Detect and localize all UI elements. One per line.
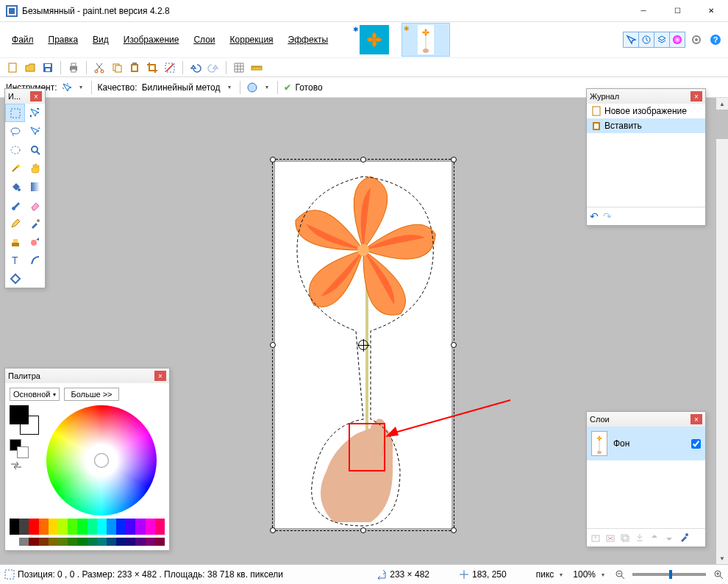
open-file-icon[interactable] (24, 61, 37, 74)
default-colors-icon[interactable] (10, 439, 36, 458)
layer-mode-icon[interactable] (246, 82, 258, 93)
handle-nw[interactable] (270, 157, 276, 163)
layer-duplicate-icon[interactable] (618, 531, 632, 544)
layers-window-toggle[interactable] (654, 32, 670, 48)
status-zoom[interactable]: 100% (573, 569, 596, 580)
handle-w[interactable] (270, 342, 276, 348)
zoom-out-icon[interactable] (615, 569, 625, 580)
foreground-color-swatch[interactable] (10, 405, 29, 424)
instrument-caret-icon[interactable]: ▾ (79, 84, 82, 90)
handle-se[interactable] (451, 527, 457, 533)
tool-move[interactable]: + (25, 122, 45, 140)
history-window-toggle[interactable] (638, 32, 654, 48)
tools-panel-close[interactable]: × (30, 91, 42, 102)
settings-icon[interactable] (688, 32, 704, 48)
color-wheel[interactable] (46, 405, 157, 516)
grid-icon[interactable] (232, 61, 246, 74)
handle-ne[interactable] (451, 157, 457, 163)
tools-panel-title[interactable]: И... × (5, 89, 45, 104)
tool-zoom[interactable] (25, 140, 45, 159)
scroll-down-icon[interactable]: ▼ (716, 552, 728, 564)
tools-window-toggle[interactable] (623, 32, 639, 48)
tool-move-selection[interactable] (25, 104, 45, 122)
tool-lasso[interactable] (5, 122, 25, 140)
vertical-scrollbar[interactable]: ▲ ▼ (716, 98, 728, 564)
colors-window-toggle[interactable] (669, 32, 685, 48)
palette-strip-1[interactable] (10, 519, 165, 535)
crop-icon[interactable] (146, 61, 159, 74)
tool-magic-wand[interactable] (5, 159, 25, 177)
swap-colors-icon[interactable] (10, 461, 23, 470)
tool-rect[interactable] (5, 269, 25, 288)
minimize-button[interactable]: ─ (627, 0, 660, 22)
palette-panel-title[interactable]: Палитра × (5, 368, 169, 383)
layer-merge-icon[interactable] (633, 531, 646, 544)
zoom-in-icon[interactable] (713, 569, 724, 580)
tool-ellipse-select[interactable] (5, 140, 25, 159)
layer-row-background[interactable]: Фон (587, 427, 705, 460)
quality-value[interactable]: Билинейный метод (142, 82, 221, 93)
history-item-new[interactable]: Новое изображение (587, 104, 705, 118)
quality-caret-icon[interactable]: ▾ (228, 84, 231, 90)
thumbnail-2[interactable]: ✱ (402, 23, 450, 57)
tool-pan[interactable] (25, 159, 45, 177)
undo-icon[interactable] (189, 61, 202, 74)
layer-add-icon[interactable]: + (589, 531, 602, 544)
canvas[interactable] (275, 162, 452, 528)
maximize-button[interactable]: ☐ (660, 0, 694, 22)
tool-clone[interactable] (5, 232, 25, 251)
zoom-slider[interactable] (632, 573, 706, 576)
tool-brush[interactable] (5, 196, 25, 214)
move-tool-icon[interactable] (62, 82, 72, 93)
zoom-caret-icon[interactable]: ▾ (602, 571, 604, 578)
menu-file[interactable]: Файл (4, 32, 41, 48)
history-panel-title[interactable]: Журнал × (587, 89, 705, 104)
menu-view[interactable]: Вид (85, 32, 116, 48)
color-channel-select[interactable]: Основной▾ (10, 388, 60, 401)
tool-line[interactable] (25, 251, 45, 269)
deselect-icon[interactable] (163, 61, 176, 74)
redo-icon[interactable] (207, 61, 220, 74)
menu-layers[interactable]: Слои (186, 32, 222, 48)
palette-strip-2[interactable] (10, 538, 165, 546)
palette-more-button[interactable]: Больше >> (64, 388, 118, 401)
menu-edit[interactable]: Правка (41, 32, 86, 48)
unit-caret-icon[interactable]: ▾ (560, 571, 563, 578)
cut-icon[interactable] (93, 61, 106, 74)
layer-delete-icon[interactable] (604, 531, 617, 544)
tool-eraser[interactable] (25, 196, 45, 214)
tool-text[interactable]: T (5, 251, 25, 269)
history-undo-icon[interactable]: ↶ (590, 210, 599, 222)
thumbnail-1[interactable]: ✱ (350, 23, 399, 57)
layers-panel-close[interactable]: × (690, 414, 702, 424)
help-icon[interactable]: ? (707, 32, 724, 48)
close-button[interactable]: ✕ (694, 0, 728, 22)
save-file-icon[interactable] (41, 61, 54, 74)
wheel-picker-icon[interactable] (94, 453, 109, 468)
layer-down-icon[interactable] (663, 531, 676, 544)
scroll-thumb[interactable] (716, 110, 728, 139)
status-unit[interactable]: пикс (536, 569, 554, 580)
history-redo-icon[interactable]: ↷ (603, 210, 612, 222)
history-item-paste[interactable]: Вставить (587, 118, 705, 133)
layer-visibility-checkbox[interactable] (691, 439, 701, 449)
paste-icon[interactable] (128, 61, 141, 74)
handle-sw[interactable] (270, 527, 276, 533)
handle-center[interactable] (358, 340, 368, 350)
ruler-icon[interactable] (250, 61, 263, 74)
color-swatches[interactable] (10, 405, 40, 436)
copy-icon[interactable] (110, 61, 124, 74)
menu-adjust[interactable]: Коррекция (223, 32, 281, 48)
layer-up-icon[interactable] (648, 531, 661, 544)
scroll-up-icon[interactable]: ▲ (716, 98, 728, 110)
tool-bucket[interactable] (5, 177, 25, 196)
layers-panel-title[interactable]: Слои × (587, 412, 705, 427)
layer-mode-caret-icon[interactable]: ▾ (265, 84, 268, 90)
handle-n[interactable] (360, 157, 366, 163)
handle-e[interactable] (451, 342, 457, 348)
tool-rect-select[interactable] (5, 104, 25, 122)
menu-effects[interactable]: Эффекты (281, 32, 336, 48)
print-icon[interactable] (67, 61, 80, 74)
tool-recolor[interactable] (25, 232, 45, 251)
handle-s[interactable] (360, 527, 366, 533)
